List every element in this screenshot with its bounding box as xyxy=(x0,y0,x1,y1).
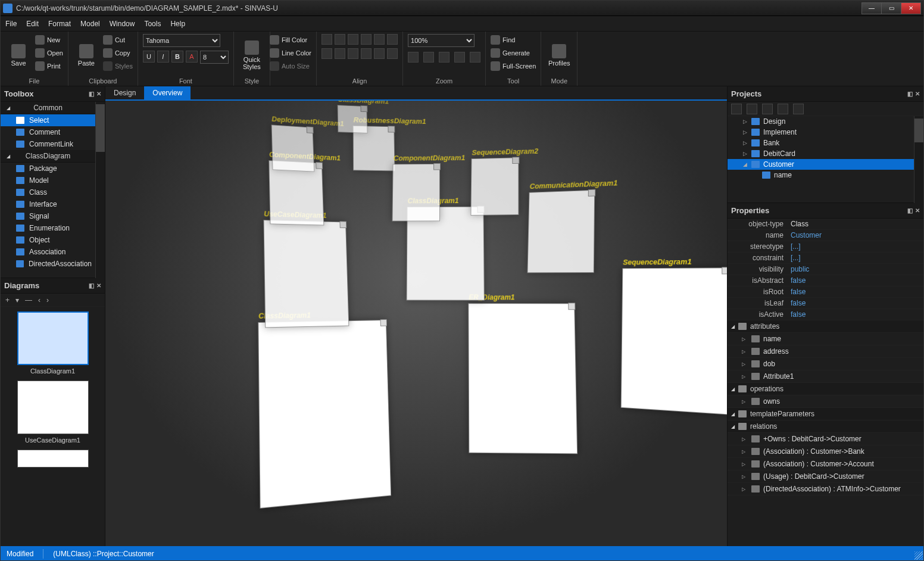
diagram-card[interactable]: ClassDiagram1 xyxy=(258,320,391,509)
align-btn[interactable] xyxy=(335,34,345,45)
menu-format[interactable]: Format xyxy=(48,20,71,28)
resize-grip-icon[interactable] xyxy=(914,551,923,560)
overview-canvas[interactable]: ClassDiagram1ER_Diagram1SequenceDiagram1… xyxy=(105,101,727,546)
project-tree-row[interactable]: name xyxy=(728,170,914,180)
panel-pin-icon[interactable]: ◧ xyxy=(89,282,94,289)
cut-button[interactable]: Cut xyxy=(103,34,133,46)
property-section[interactable]: ◢attributes xyxy=(728,320,923,333)
menu-edit[interactable]: Edit xyxy=(26,20,39,28)
panel-pin-icon[interactable]: ◧ xyxy=(89,91,94,97)
generate-button[interactable]: Generate xyxy=(491,47,536,59)
toolbox-item-association[interactable]: Association xyxy=(1,246,95,258)
property-child[interactable]: ▷owns xyxy=(728,395,923,408)
toolbox-item-object[interactable]: Object xyxy=(1,234,95,246)
panel-close-icon[interactable]: ✕ xyxy=(915,207,920,214)
toolbox-item-directedassociation[interactable]: DirectedAssociation xyxy=(1,258,95,270)
toolbox-item-commentlink[interactable]: CommentLink xyxy=(1,138,95,150)
find-button[interactable]: Find xyxy=(491,34,536,46)
align-btn[interactable] xyxy=(361,34,372,45)
toolbox-item-select[interactable]: Select xyxy=(1,114,95,126)
property-row[interactable]: isActivefalse xyxy=(728,309,923,320)
bold-button[interactable]: B xyxy=(171,51,183,63)
toolbox-item-package[interactable]: Package xyxy=(1,163,95,174)
font-family-select[interactable]: Tahoma xyxy=(143,34,220,47)
property-child[interactable]: ▷Attribute1 xyxy=(728,370,923,383)
panel-pin-icon[interactable]: ◧ xyxy=(907,207,913,214)
diagram-card[interactable]: ClassDiagram1 xyxy=(338,105,368,133)
diagram-card[interactable]: DeploymentDiagram1 xyxy=(271,124,315,172)
proj-btn[interactable] xyxy=(793,104,804,114)
proj-btn[interactable] xyxy=(778,104,788,114)
new-button[interactable]: New xyxy=(35,34,63,46)
align-btn[interactable] xyxy=(387,48,398,59)
diagram-thumbnail[interactable] xyxy=(5,450,100,468)
maximize-button[interactable]: ▭ xyxy=(881,2,901,14)
property-child[interactable]: ▷(DirectedAssociation) : ATMInfo->Custom… xyxy=(728,483,923,495)
projects-scrollbar[interactable] xyxy=(914,116,923,203)
diagram-thumbnail[interactable]: UseCaseDiagram1 xyxy=(5,381,100,444)
proj-btn[interactable] xyxy=(731,104,742,114)
diagram-card[interactable]: SequenceDiagram2 xyxy=(470,157,519,216)
open-button[interactable]: Open xyxy=(35,47,63,59)
toolbox-scrollbar[interactable] xyxy=(95,102,105,278)
project-tree-row[interactable]: ▷Implement xyxy=(728,127,914,138)
diagram-card[interactable]: ER_Diagram1 xyxy=(468,303,578,454)
diag-prev-icon[interactable]: ‹ xyxy=(38,296,40,304)
tab-overview[interactable]: Overview xyxy=(144,86,191,99)
save-button[interactable]: Save xyxy=(5,34,32,76)
property-row[interactable]: constraint[...] xyxy=(728,253,923,264)
property-row[interactable]: object-typeClass xyxy=(728,219,923,230)
align-btn[interactable] xyxy=(348,34,358,45)
zoom-btn[interactable] xyxy=(454,52,465,63)
zoom-btn[interactable] xyxy=(408,52,419,63)
project-tree-row[interactable]: ◢Customer xyxy=(728,159,914,170)
close-button[interactable]: ✕ xyxy=(901,2,921,14)
toolbox-item-class[interactable]: Class xyxy=(1,186,95,198)
property-child[interactable]: ▷address xyxy=(728,345,923,358)
align-btn[interactable] xyxy=(361,48,372,59)
project-tree-row[interactable]: ▷Bank xyxy=(728,138,914,148)
panel-close-icon[interactable]: ✕ xyxy=(915,91,920,97)
fill-color-button[interactable]: Fill Color xyxy=(270,34,311,46)
proj-btn[interactable] xyxy=(762,104,773,114)
diag-dropdown-icon[interactable]: ▾ xyxy=(15,296,19,304)
property-child[interactable]: ▷(Association) : Customer->Account xyxy=(728,458,923,470)
quick-styles-button[interactable]: Quick Styles xyxy=(239,34,265,76)
property-row[interactable]: visibilitypublic xyxy=(728,264,923,275)
diagram-card[interactable]: ComponentDiagram1 xyxy=(392,164,440,222)
property-child[interactable]: ▷(Usage) : DebitCard->Customer xyxy=(728,470,923,483)
diag-next-icon[interactable]: › xyxy=(46,296,49,304)
diagrams-list[interactable]: ClassDiagram1 UseCaseDiagram1 xyxy=(1,307,105,546)
property-child[interactable]: ▷dob xyxy=(728,358,923,370)
minimize-button[interactable]: — xyxy=(861,2,882,14)
toolbox-item-model[interactable]: Model xyxy=(1,174,95,186)
align-btn[interactable] xyxy=(374,48,385,59)
italic-button[interactable]: I xyxy=(157,51,169,63)
panel-close-icon[interactable]: ✕ xyxy=(96,282,101,289)
line-color-button[interactable]: Line Color xyxy=(270,47,311,59)
diagram-card[interactable]: UseCaseDiagram1 xyxy=(263,220,349,328)
project-tree-row[interactable]: ▷DebitCard xyxy=(728,148,914,159)
property-child[interactable]: ▷(Association) : Customer->Bank xyxy=(728,445,923,458)
property-child[interactable]: ▷name xyxy=(728,333,923,345)
diagram-card[interactable]: CommunicationDiagram1 xyxy=(527,190,595,273)
align-btn[interactable] xyxy=(374,34,385,45)
property-row[interactable]: stereotype[...] xyxy=(728,241,923,253)
menu-file[interactable]: File xyxy=(5,20,17,28)
project-tree-row[interactable]: ▷Design xyxy=(728,116,914,127)
property-row[interactable]: isAbstractfalse xyxy=(728,275,923,286)
menu-window[interactable]: Window xyxy=(110,20,135,28)
diagram-card[interactable]: SequenceDiagram1 xyxy=(621,267,727,414)
font-color-button[interactable]: A xyxy=(186,51,198,63)
profiles-button[interactable]: Profiles xyxy=(546,34,572,76)
fullscreen-button[interactable]: Full-Screen xyxy=(491,60,536,72)
paste-button[interactable]: Paste xyxy=(73,34,99,76)
toolbox-item-interface[interactable]: Interface xyxy=(1,198,95,210)
toolbox-category-common[interactable]: Common xyxy=(1,102,95,114)
zoom-select[interactable]: 100% xyxy=(408,34,475,47)
align-btn[interactable] xyxy=(348,48,358,59)
proj-btn[interactable] xyxy=(747,104,757,114)
toolbox-category-classdiagram[interactable]: ClassDiagram xyxy=(1,150,95,163)
property-section[interactable]: ◢operations xyxy=(728,383,923,395)
panel-pin-icon[interactable]: ◧ xyxy=(907,91,913,97)
